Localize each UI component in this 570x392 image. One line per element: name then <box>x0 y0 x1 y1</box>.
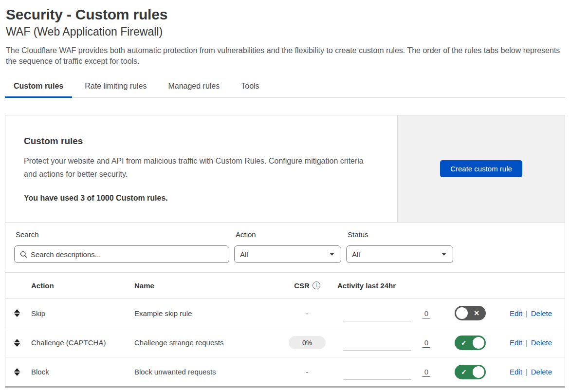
rule-enabled-toggle[interactable]: ✕ <box>455 306 486 320</box>
create-custom-rule-button[interactable]: Create custom rule <box>440 160 522 177</box>
intro-heading: Custom rules <box>24 136 378 147</box>
edit-link[interactable]: Edit <box>510 338 522 347</box>
csr-column-header: CSR i <box>294 281 320 290</box>
rule-toggle-cell: ✓ <box>455 365 506 379</box>
page-subtitle: WAF (Web Application Firewall) <box>6 25 565 38</box>
name-column-header: Name <box>134 281 283 290</box>
status-select-value: All <box>352 250 360 259</box>
search-filter: Search <box>14 230 229 263</box>
row-actions: Edit|Delete <box>506 309 565 317</box>
toggle-state-icon: ✓ <box>461 339 467 346</box>
page-header: Security - Custom rules WAF (Web Applica… <box>5 6 565 66</box>
reorder-icon <box>14 339 20 347</box>
activity-column-header: Activity last 24hr <box>331 281 414 290</box>
usage-count-text: You have used 3 of 1000 Custom rules. <box>24 194 378 203</box>
activity-sparkline <box>331 328 414 357</box>
reorder-icon <box>14 309 20 317</box>
table-row: Skip Example skip rule - 0 ✕ Edit|Delete <box>5 299 565 328</box>
page-description: The Cloudflare WAF provides both automat… <box>6 45 565 66</box>
link-separator: | <box>526 338 528 347</box>
activity-count: 0 <box>423 368 430 376</box>
tab-custom-rules[interactable]: Custom rules <box>5 82 72 98</box>
delete-link[interactable]: Delete <box>531 338 552 347</box>
custom-rules-intro-card: Custom rules Protect your website and AP… <box>5 115 565 223</box>
link-separator: | <box>526 368 528 376</box>
status-filter-label: Status <box>348 230 453 239</box>
edit-link[interactable]: Edit <box>510 368 522 376</box>
intro-description: Protect your website and API from malici… <box>24 154 378 181</box>
tab-managed-rules[interactable]: Managed rules <box>159 82 228 98</box>
toggle-knob <box>473 337 484 349</box>
rule-toggle-cell: ✓ <box>455 336 506 350</box>
activity-count: 0 <box>423 309 430 317</box>
drag-handle[interactable] <box>5 339 31 347</box>
edit-link[interactable]: Edit <box>510 309 522 317</box>
delete-link[interactable]: Delete <box>531 368 552 376</box>
search-field <box>14 245 229 263</box>
activity-count-link[interactable]: 0 <box>423 368 430 377</box>
toggle-state-icon: ✓ <box>461 369 467 375</box>
toggle-knob <box>473 366 484 378</box>
status-select[interactable]: All <box>346 245 453 263</box>
rule-enabled-toggle[interactable]: ✓ <box>455 336 486 350</box>
waf-custom-rules-page: Security - Custom rules WAF (Web Applica… <box>0 0 570 388</box>
create-rule-panel: Create custom rule <box>397 115 565 222</box>
table-row: Challenge (CAPTCHA) Challenge strange re… <box>5 328 565 357</box>
rule-enabled-toggle[interactable]: ✓ <box>455 365 486 379</box>
drag-handle[interactable] <box>5 368 31 376</box>
action-filter: Action All <box>234 230 341 263</box>
rule-action: Skip <box>31 309 134 317</box>
reorder-icon <box>14 368 20 376</box>
toggle-knob <box>456 307 468 319</box>
rule-csr: - <box>306 309 309 317</box>
drag-handle[interactable] <box>5 309 31 317</box>
delete-link[interactable]: Delete <box>531 309 552 317</box>
rules-tab-bar: Custom rules Rate limiting rules Managed… <box>5 82 565 98</box>
activity-sparkline <box>331 299 414 328</box>
rule-csr: - <box>306 368 309 376</box>
row-actions: Edit|Delete <box>506 338 565 347</box>
action-filter-label: Action <box>236 230 341 239</box>
chevron-down-icon <box>330 253 334 256</box>
table-row: Block Block unwanted requests - 0 ✓ Edit… <box>5 357 565 386</box>
chevron-down-icon <box>441 253 446 256</box>
action-select[interactable]: All <box>234 245 341 263</box>
rule-csr: 0% <box>289 336 326 349</box>
row-actions: Edit|Delete <box>506 368 565 376</box>
filter-bar: Search Action All <box>5 223 565 272</box>
intro-text-block: Custom rules Protect your website and AP… <box>5 115 397 222</box>
rule-action: Block <box>31 368 134 376</box>
tab-tools[interactable]: Tools <box>232 82 268 98</box>
rule-name: Block unwanted requests <box>134 368 283 376</box>
activity-count-link[interactable]: 0 <box>423 309 430 318</box>
search-input[interactable] <box>31 250 223 259</box>
link-separator: | <box>526 309 528 317</box>
search-icon <box>20 251 27 258</box>
activity-count-link[interactable]: 0 <box>423 338 430 348</box>
toggle-state-icon: ✕ <box>474 310 479 317</box>
action-select-value: All <box>240 250 248 259</box>
rule-name: Challenge strange requests <box>134 338 283 347</box>
tab-rate-limiting-rules[interactable]: Rate limiting rules <box>76 82 155 98</box>
rule-name: Example skip rule <box>134 309 283 317</box>
custom-rules-panel: Custom rules Protect your website and AP… <box>5 115 565 388</box>
info-icon[interactable]: i <box>313 281 320 289</box>
activity-count: 0 <box>423 338 430 347</box>
csr-header-label: CSR <box>294 281 310 290</box>
status-filter: Status All <box>346 230 453 263</box>
search-label: Search <box>16 230 229 239</box>
rules-table-header: Action Name CSR i Activity last 24hr <box>5 272 565 299</box>
rule-action: Challenge (CAPTCHA) <box>31 338 134 347</box>
rule-toggle-cell: ✕ <box>455 306 506 320</box>
action-column-header: Action <box>31 281 134 290</box>
activity-sparkline <box>331 357 414 386</box>
page-title: Security - Custom rules <box>6 6 565 23</box>
